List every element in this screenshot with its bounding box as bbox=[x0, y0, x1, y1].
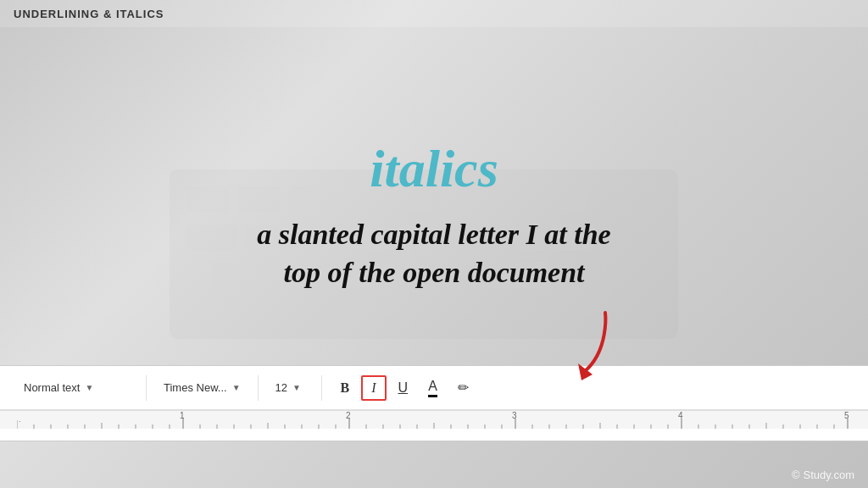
top-label-bar: UNDERLINING & ITALICS bbox=[0, 0, 868, 27]
bold-button[interactable]: B bbox=[332, 377, 359, 399]
text-style-dropdown[interactable]: Normal text ▼ bbox=[17, 378, 136, 397]
font-name-dropdown[interactable]: Times New... ▼ bbox=[157, 378, 248, 397]
description-text: a slanted capital letter I at the top of… bbox=[257, 216, 610, 291]
toolbar-area: Normal text ▼ Times New... ▼ 12 ▼ B I U bbox=[0, 365, 868, 441]
page-title: UNDERLINING & ITALICS bbox=[14, 8, 164, 20]
font-color-letter: A bbox=[428, 379, 437, 393]
font-name-label: Times New... bbox=[164, 381, 227, 394]
svg-text:5: 5 bbox=[844, 412, 849, 420]
font-size-label: 12 bbox=[275, 381, 287, 394]
text-style-label: Normal text bbox=[24, 381, 80, 394]
svg-text:3: 3 bbox=[512, 412, 517, 420]
font-color-indicator bbox=[428, 395, 437, 397]
underline-button[interactable]: U bbox=[390, 377, 417, 399]
font-size-dropdown[interactable]: 12 ▼ bbox=[269, 378, 311, 397]
font-color-button[interactable]: A bbox=[420, 375, 446, 401]
font-size-chevron: ▼ bbox=[292, 383, 301, 392]
watermark-text: Study.com bbox=[804, 469, 854, 481]
bold-icon: B bbox=[341, 380, 350, 396]
description-line1: a slanted capital letter I at the bbox=[257, 219, 610, 250]
separator-2 bbox=[258, 375, 259, 401]
document-ruler: · 1 2 bbox=[0, 410, 868, 429]
svg-text:1: 1 bbox=[180, 412, 185, 420]
svg-text:·: · bbox=[19, 417, 21, 425]
watermark-symbol: © bbox=[792, 469, 800, 481]
separator-3 bbox=[321, 375, 322, 401]
highlight-icon: ✏ bbox=[458, 380, 469, 396]
italic-icon: I bbox=[371, 380, 376, 396]
svg-text:2: 2 bbox=[346, 412, 351, 420]
font-name-chevron: ▼ bbox=[232, 383, 241, 392]
ruler-svg: · 1 2 bbox=[17, 412, 851, 429]
separator-1 bbox=[146, 375, 147, 401]
formatting-toolbar: Normal text ▼ Times New... ▼ 12 ▼ B I U bbox=[0, 366, 868, 410]
svg-text:4: 4 bbox=[678, 412, 683, 420]
italic-button[interactable]: I bbox=[361, 375, 386, 401]
description-line2: top of the open document bbox=[283, 257, 584, 288]
watermark: © Study.com bbox=[792, 469, 854, 481]
text-style-chevron: ▼ bbox=[85, 383, 93, 392]
font-color-display: A bbox=[428, 379, 437, 397]
main-content-area: italics a slanted capital letter I at th… bbox=[0, 27, 868, 403]
underline-icon: U bbox=[398, 380, 409, 396]
highlight-button[interactable]: ✏ bbox=[449, 376, 477, 399]
italics-heading: italics bbox=[370, 139, 498, 199]
